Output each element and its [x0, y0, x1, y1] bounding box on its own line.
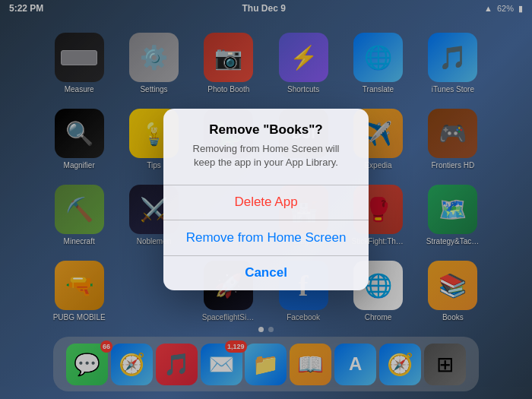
remove-from-home-button[interactable]: Remove from Home Screen: [163, 220, 369, 255]
cancel-button[interactable]: Cancel: [163, 255, 369, 290]
dialog-title: Remove "Books"?: [177, 122, 355, 138]
delete-app-button[interactable]: Delete App: [163, 185, 369, 220]
dialog-header: Remove "Books"? Removing from Home Scree…: [163, 109, 369, 185]
dialog-overlay[interactable]: Remove "Books"? Removing from Home Scree…: [0, 0, 532, 399]
dialog: Remove "Books"? Removing from Home Scree…: [163, 109, 369, 291]
dialog-message: Removing from Home Screen will keep the …: [177, 142, 355, 180]
